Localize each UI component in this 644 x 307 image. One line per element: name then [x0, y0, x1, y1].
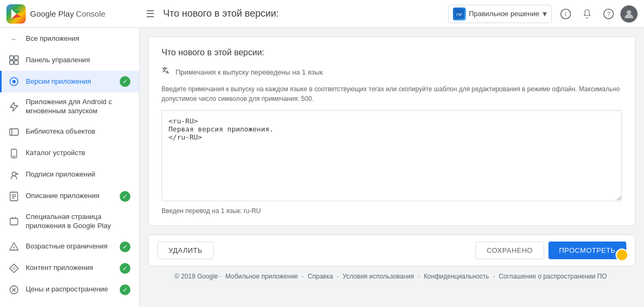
- description-text: Введите примечания к выпуску на каждом я…: [162, 84, 622, 104]
- footer-privacy-link[interactable]: Конфиденциальность: [424, 273, 489, 280]
- cursor-indicator: [616, 248, 628, 261]
- action-bar: УДАЛИТЬ СОХРАНЕНО ПРОСМОТРЕТЬ: [148, 235, 635, 266]
- sidebar-back[interactable]: ← Все приложения: [0, 28, 139, 49]
- logo-text: Google Play Console: [30, 9, 105, 18]
- dashboard-icon: [9, 55, 19, 65]
- release-notes-card: Что нового в этой версии: Примечания к в…: [148, 36, 635, 226]
- versions-check-icon: ✓: [120, 76, 130, 87]
- svg-rect-12: [14, 56, 18, 60]
- sidebar-catalog-label: Каталог устройств: [26, 149, 130, 158]
- age-icon: [9, 242, 19, 252]
- description-check-icon: ✓: [120, 191, 130, 202]
- preview-button[interactable]: ПРОСМОТРЕТЬ: [548, 242, 626, 259]
- sidebar-item-pricing[interactable]: Цены и распространение ✓: [0, 279, 139, 301]
- sidebar-store-label: Специальная страница приложения в Google…: [26, 213, 130, 231]
- svg-point-16: [12, 80, 16, 83]
- sidebar-item-library[interactable]: Библиотека объектов: [0, 121, 139, 143]
- sidebar-item-age[interactable]: Возрастные ограничения ✓: [0, 236, 139, 258]
- svg-rect-14: [14, 61, 18, 64]
- saved-button[interactable]: СОХРАНЕНО: [475, 242, 544, 259]
- versions-icon: [9, 76, 19, 87]
- app-icon: ПР: [453, 8, 466, 20]
- chevron-down-icon: ▾: [543, 9, 547, 19]
- sidebar-item-content[interactable]: Контент приложения ✓: [0, 258, 139, 279]
- sidebar-description-label: Описание приложения: [26, 192, 113, 201]
- translation-info-text: Примечания к выпуску переведены на 1 язы…: [175, 68, 323, 76]
- info-button[interactable]: i: [556, 4, 575, 24]
- svg-point-21: [12, 172, 16, 176]
- catalog-icon: [9, 148, 19, 159]
- main-layout: ← Все приложения Панель управления: [0, 28, 644, 307]
- svg-point-10: [627, 10, 631, 14]
- sidebar-library-label: Библиотека объектов: [26, 127, 130, 136]
- delete-button[interactable]: УДАЛИТЬ: [157, 242, 214, 259]
- app-selector[interactable]: ПР Правильное решение ▾: [448, 5, 552, 23]
- release-notes-textarea[interactable]: <ru-RU> Первая версия приложения. </ru-R…: [162, 110, 622, 201]
- app-name: Правильное решение: [469, 10, 539, 18]
- content-icon: [9, 263, 19, 274]
- svg-rect-11: [10, 56, 13, 60]
- sidebar-instant-label: Приложения для Android с мгновенным запу…: [26, 98, 130, 116]
- sidebar-versions-label: Версии приложения: [26, 77, 113, 86]
- svg-point-30: [13, 248, 14, 250]
- sidebar-pricing-label: Цены и распространение: [26, 285, 113, 294]
- sidebar-item-store-page[interactable]: Специальная страница приложения в Google…: [0, 207, 139, 236]
- header-right: ☰ Что нового в этой версии: ПР Правильно…: [142, 4, 638, 24]
- sidebar-signing-label: Подписи приложений: [26, 170, 130, 179]
- page-title: Что нового в этой версии:: [163, 8, 444, 19]
- sidebar-item-signing[interactable]: Подписи приложений: [0, 164, 139, 186]
- svg-text:?: ?: [607, 11, 610, 17]
- footer-mobile-link[interactable]: Мобильное приложение: [225, 273, 298, 280]
- sidebar-item-dashboard[interactable]: Панель управления: [0, 49, 139, 71]
- sidebar-content-label: Контент приложения: [26, 264, 113, 273]
- section-title: Что нового в этой версии:: [162, 48, 622, 57]
- avatar-button[interactable]: [620, 5, 638, 23]
- help-button[interactable]: ?: [599, 4, 618, 24]
- sidebar-item-catalog[interactable]: Каталог устройств: [0, 143, 139, 164]
- sidebar: ← Все приложения Панель управления: [0, 28, 140, 307]
- svg-text:i: i: [565, 11, 566, 17]
- hamburger-button[interactable]: ☰: [142, 4, 159, 24]
- footer-agreement-link[interactable]: Соглашение о распространении ПО: [499, 273, 606, 280]
- translation-status: Введен перевод на 1 язык: ru-RU: [162, 207, 622, 215]
- header: Google Play Console ☰ Что нового в этой …: [0, 0, 644, 28]
- svg-rect-28: [10, 218, 18, 225]
- pricing-icon: [9, 284, 19, 295]
- notification-button[interactable]: [577, 4, 597, 24]
- signing-icon: [9, 170, 19, 180]
- library-icon: [9, 127, 19, 137]
- store-page-icon: [9, 216, 19, 227]
- sidebar-item-versions[interactable]: Версии приложения ✓: [0, 71, 139, 92]
- content-area: Что нового в этой версии: Примечания к в…: [140, 28, 644, 307]
- logo-area: Google Play Console: [6, 4, 142, 24]
- sidebar-age-label: Возрастные ограничения: [26, 242, 113, 251]
- svg-rect-13: [10, 61, 13, 64]
- svg-text:ПР: ПР: [456, 12, 462, 17]
- header-icons: i ?: [556, 4, 638, 24]
- footer-help-link[interactable]: Справка: [308, 273, 333, 280]
- translate-icon: [162, 66, 171, 78]
- sidebar-item-label: Панель управления: [26, 56, 130, 65]
- svg-rect-17: [10, 129, 18, 135]
- back-label: Все приложения: [26, 34, 130, 43]
- translation-info: Примечания к выпуску переведены на 1 язы…: [162, 66, 622, 78]
- button-group: СОХРАНЕНО ПРОСМОТРЕТЬ: [475, 242, 626, 259]
- footer-copyright: © 2019 Google: [174, 273, 218, 280]
- footer-terms-link[interactable]: Условия использования: [342, 273, 414, 280]
- age-check-icon: ✓: [120, 242, 130, 252]
- sidebar-item-description[interactable]: Описание приложения ✓: [0, 186, 139, 207]
- instant-icon: [9, 101, 19, 112]
- content-check-icon: ✓: [120, 263, 130, 274]
- pricing-check-icon: ✓: [120, 284, 130, 295]
- description-icon: [9, 191, 19, 202]
- back-icon: ←: [9, 33, 19, 44]
- logo-icon: [6, 4, 26, 24]
- sidebar-item-instant[interactable]: Приложения для Android с мгновенным запу…: [0, 92, 139, 121]
- footer: © 2019 Google · Мобильное приложение · С…: [148, 266, 635, 287]
